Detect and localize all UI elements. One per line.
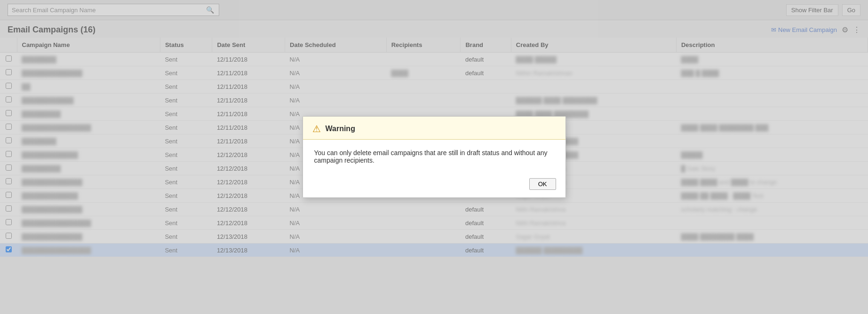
modal-message: You can only delete email campaigns that… (314, 149, 548, 164)
modal-title: Warning (326, 125, 355, 133)
modal-header: ⚠ Warning (303, 117, 565, 140)
warning-icon: ⚠ (312, 123, 321, 134)
warning-modal: ⚠ Warning You can only delete email camp… (303, 116, 566, 198)
ok-button[interactable]: OK (529, 178, 556, 190)
modal-footer: OK (303, 173, 565, 197)
modal-overlay: ⚠ Warning You can only delete email camp… (0, 0, 868, 314)
modal-body: You can only delete email campaigns that… (303, 140, 565, 173)
